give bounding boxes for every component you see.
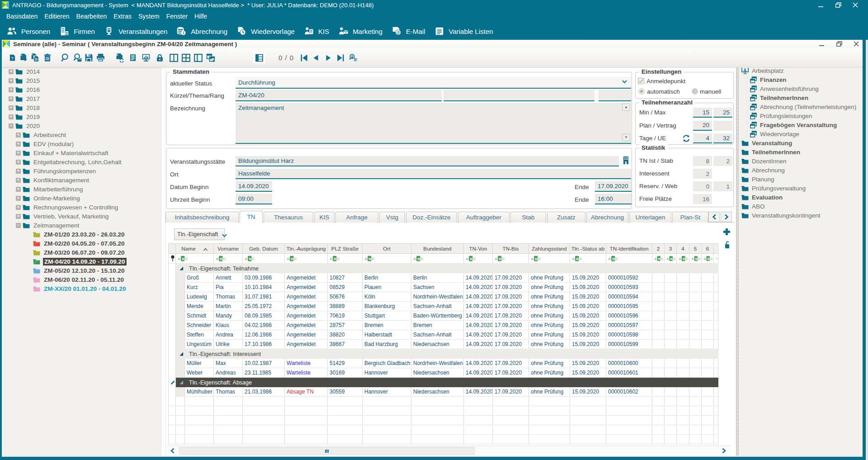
cell-zahlung[interactable]: ohne Prüfung: [529, 311, 570, 321]
cell-empty[interactable]: [714, 292, 718, 302]
filter-cell-14[interactable]: ABC: [665, 254, 677, 264]
workspace-item-anwesenheitsf-hrung[interactable]: Anwesenheitsführung: [750, 84, 819, 93]
cell-name[interactable]: Schneider: [185, 321, 214, 330]
cell-status_ab[interactable]: 15.09.2020: [570, 321, 606, 330]
split-left-icon[interactable]: [193, 48, 203, 67]
filter-cell-8[interactable]: ABC: [464, 254, 493, 264]
manuell-radio[interactable]: [692, 88, 698, 95]
tree-year-2016[interactable]: +2016: [9, 85, 40, 94]
cell-ort[interactable]: Hannover: [363, 368, 411, 378]
tln-eigenschaft-dropdown[interactable]: Tln.-Eigenschaft: [174, 228, 225, 240]
cell-empty[interactable]: [665, 311, 677, 321]
cell-ort[interactable]: Plauen: [363, 283, 411, 292]
filter-cell-7[interactable]: ABC: [411, 254, 464, 264]
cell-bundesland[interactable]: Sachsen-Anhalt: [411, 302, 464, 311]
cell-empty[interactable]: [702, 302, 714, 311]
cell-empty[interactable]: [665, 359, 677, 368]
cell-empty[interactable]: [652, 302, 665, 311]
window-send-icon[interactable]: [206, 48, 216, 67]
cell-bundesland[interactable]: Sachsen-Anhalt: [411, 330, 464, 340]
filter-cell-17[interactable]: ABC: [702, 254, 714, 264]
cell-empty[interactable]: [677, 302, 689, 311]
cell-empty[interactable]: [677, 359, 689, 368]
tree-seminar[interactable]: ZM-05/20 12.10.20 - 15.10.20: [33, 266, 125, 275]
workspace-item-abrechnung[interactable]: Abrechnung: [741, 166, 785, 175]
scroll-left-icon[interactable]: [170, 448, 175, 454]
filter-cell-16[interactable]: ABC: [689, 254, 702, 264]
cell-ort[interactable]: Stuttgart: [363, 311, 411, 321]
tn-0-value-1[interactable]: 15: [693, 108, 712, 118]
cell-plz[interactable]: 70619: [328, 311, 363, 321]
cell-name[interactable]: Müller: [185, 359, 214, 368]
cell-auspraegung[interactable]: Angemeldet: [285, 340, 328, 349]
cell-geb[interactable]: 10.02.1987: [243, 359, 285, 368]
cell-empty[interactable]: [652, 311, 665, 321]
cell-plz[interactable]: 38889: [328, 302, 363, 311]
tree-category[interactable]: +Online-Marketing: [16, 194, 80, 203]
cell-empty[interactable]: [689, 330, 702, 340]
cell-empty[interactable]: [652, 330, 665, 340]
cell-bis[interactable]: 17.09.2020: [493, 330, 529, 340]
column-header-6[interactable]: 6: [702, 244, 714, 254]
cell-auspraegung[interactable]: Angemeldet: [285, 302, 328, 311]
cell-ident[interactable]: 0000010592: [606, 273, 652, 283]
filter-cell-12[interactable]: ABC: [606, 254, 652, 264]
filter-pin-icon[interactable]: [169, 254, 176, 264]
cell-ort[interactable]: Bad Harzburg: [363, 340, 411, 349]
cell-von[interactable]: 14.09.2020: [464, 283, 493, 292]
doc-refresh-icon[interactable]: [115, 48, 124, 67]
tree-category[interactable]: +Mitarbeiterführung: [16, 185, 83, 194]
cell-ident[interactable]: 0000010602: [606, 387, 652, 397]
cell-plz[interactable]: 50676: [328, 292, 363, 302]
column-header-plz-stra-e[interactable]: PLZ Straße: [328, 244, 363, 254]
column-header-tln-status-ab[interactable]: Tln.-Status ab: [570, 244, 606, 254]
cell-auspraegung[interactable]: Warteliste: [285, 359, 328, 368]
cell-auspraegung[interactable]: Angemeldet: [285, 283, 328, 292]
workspace-item-wiedervorlage[interactable]: Wiedervorlage: [750, 129, 799, 138]
cell-ort[interactable]: Halberstadt: [363, 330, 411, 340]
tab-scroll-right-button[interactable]: [721, 212, 732, 222]
table-view-icon[interactable]: [253, 48, 265, 67]
cell-auspraegung[interactable]: Angemeldet: [285, 292, 328, 302]
menu-editieren[interactable]: Editieren: [44, 11, 69, 21]
cell-zahlung[interactable]: ohne Prüfung: [529, 330, 570, 340]
tree-seminar[interactable]: ZM-02/20 04.05.20 - 07.05.20: [33, 239, 125, 248]
cell-empty[interactable]: [702, 387, 714, 397]
column-header-ort[interactable]: Ort: [363, 244, 411, 254]
cell-ort[interactable]: Bremen: [363, 321, 411, 330]
cell-auspraegung[interactable]: Absage TN: [285, 387, 328, 397]
toolbar-marketing[interactable]: Marketing: [337, 26, 382, 36]
cell-empty[interactable]: [714, 283, 718, 292]
cell-name[interactable]: Ungestüm: [185, 340, 214, 349]
workspace-item-pr-fungsverwaltung[interactable]: Prüfungsverwaltung: [741, 184, 806, 193]
cell-auspraegung[interactable]: Warteliste: [285, 368, 328, 378]
group-row-2[interactable]: Tln.-Eigenschaft: Absage: [176, 378, 718, 387]
cell-auspraegung[interactable]: Angemeldet: [285, 330, 328, 340]
cell-von[interactable]: 14.09.2020: [464, 311, 493, 321]
tab-inhaltsbeschreibung[interactable]: Inhaltsbeschreibung: [165, 212, 239, 223]
close-button[interactable]: [848, 1, 863, 9]
filter-cell-10[interactable]: ABC: [529, 254, 570, 264]
child-restore-button[interactable]: [833, 40, 845, 47]
tab-unterlagen[interactable]: Unterlagen: [629, 212, 671, 223]
cell-empty[interactable]: [677, 273, 689, 283]
tab-vstg[interactable]: Vstg: [379, 212, 405, 223]
cell-status_ab[interactable]: 15.09.2020: [570, 302, 606, 311]
cell-plz[interactable]: 30169: [328, 368, 363, 378]
filter-cell-6[interactable]: ABC: [363, 254, 411, 264]
tab-thesaurus[interactable]: Thesaurus: [264, 212, 313, 223]
lock-icon[interactable]: [156, 48, 164, 67]
scroll-down-button[interactable]: ▼: [622, 134, 630, 141]
cell-bundesland[interactable]: Bremen: [411, 321, 464, 330]
cell-name[interactable]: Ludewig: [185, 292, 214, 302]
tree-category[interactable]: +Rechnungswesen + Controlling: [16, 203, 118, 212]
scrollbar-thumb[interactable]: [179, 447, 475, 455]
cell-name[interactable]: Schmidt: [185, 311, 214, 321]
tab-doz-eins-tze[interactable]: Doz.-Einsätze: [406, 212, 457, 223]
cell-name[interactable]: Kurz: [185, 283, 214, 292]
tab-abrechnung[interactable]: Abrechnung: [586, 212, 628, 223]
cell-name[interactable]: Mende: [185, 302, 214, 311]
cell-vorname[interactable]: Mandy: [214, 311, 243, 321]
workspace-item-veranstaltung[interactable]: Veranstaltung: [741, 138, 792, 147]
cell-empty[interactable]: [702, 340, 714, 349]
